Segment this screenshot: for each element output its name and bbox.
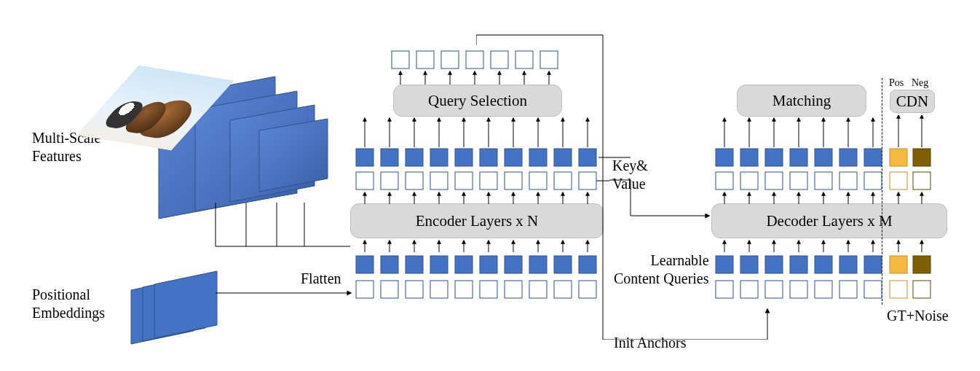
decoder-bottom-tokens bbox=[711, 239, 886, 305]
svg-rect-21 bbox=[455, 256, 473, 273]
svg-rect-50 bbox=[406, 172, 423, 190]
svg-rect-102 bbox=[790, 256, 807, 273]
svg-rect-143 bbox=[890, 256, 907, 273]
svg-rect-59 bbox=[381, 149, 398, 166]
svg-rect-85 bbox=[392, 51, 409, 69]
svg-rect-149 bbox=[890, 172, 907, 190]
svg-rect-87 bbox=[441, 51, 459, 69]
svg-marker-3 bbox=[259, 119, 328, 192]
svg-rect-28 bbox=[381, 281, 398, 298]
label-pos: Pos bbox=[889, 77, 904, 90]
svg-rect-103 bbox=[815, 256, 832, 273]
svg-rect-107 bbox=[740, 281, 758, 298]
label-positional-embeddings: Positional Embeddings bbox=[32, 286, 105, 322]
svg-rect-48 bbox=[356, 172, 374, 190]
block-cdn-label: CDN bbox=[896, 93, 928, 111]
svg-rect-52 bbox=[455, 172, 473, 190]
svg-rect-100 bbox=[740, 256, 758, 273]
svg-rect-121 bbox=[740, 172, 758, 190]
arrow-posemb bbox=[216, 287, 354, 302]
svg-rect-124 bbox=[815, 172, 832, 190]
svg-rect-49 bbox=[381, 172, 398, 190]
cdn-top-tokens bbox=[887, 115, 945, 206]
svg-rect-125 bbox=[839, 172, 857, 190]
svg-rect-101 bbox=[765, 256, 783, 273]
svg-rect-108 bbox=[765, 281, 783, 298]
svg-rect-58 bbox=[356, 149, 374, 166]
svg-rect-133 bbox=[864, 149, 882, 166]
svg-rect-27 bbox=[356, 281, 374, 298]
svg-rect-86 bbox=[416, 51, 434, 69]
cdn-bottom-tokens bbox=[887, 239, 945, 305]
svg-rect-109 bbox=[790, 281, 807, 298]
svg-rect-105 bbox=[864, 256, 882, 273]
svg-rect-132 bbox=[839, 149, 857, 166]
svg-rect-18 bbox=[381, 256, 398, 273]
svg-rect-29 bbox=[406, 281, 423, 298]
svg-rect-30 bbox=[430, 281, 448, 298]
svg-rect-99 bbox=[716, 256, 733, 273]
svg-rect-51 bbox=[430, 172, 448, 190]
svg-rect-151 bbox=[890, 149, 907, 166]
label-neg: Neg bbox=[912, 77, 928, 90]
svg-rect-31 bbox=[455, 281, 473, 298]
svg-rect-104 bbox=[839, 256, 857, 273]
svg-rect-146 bbox=[913, 281, 930, 298]
svg-rect-112 bbox=[864, 281, 882, 298]
svg-rect-122 bbox=[765, 172, 783, 190]
svg-rect-106 bbox=[716, 281, 733, 298]
svg-rect-126 bbox=[864, 172, 882, 190]
svg-rect-61 bbox=[430, 149, 448, 166]
svg-rect-150 bbox=[913, 172, 930, 190]
svg-rect-110 bbox=[815, 281, 832, 298]
svg-rect-20 bbox=[430, 256, 448, 273]
svg-rect-129 bbox=[765, 149, 783, 166]
svg-rect-17 bbox=[356, 256, 374, 273]
svg-rect-123 bbox=[790, 172, 807, 190]
svg-rect-144 bbox=[913, 256, 930, 273]
svg-rect-127 bbox=[716, 149, 733, 166]
label-gt-noise: GT+Noise bbox=[887, 307, 949, 325]
svg-rect-19 bbox=[406, 256, 423, 273]
svg-rect-131 bbox=[815, 149, 832, 166]
svg-rect-145 bbox=[890, 281, 907, 298]
svg-rect-111 bbox=[839, 281, 857, 298]
svg-rect-152 bbox=[913, 149, 930, 166]
diagram-root: Multi-Scale Features Positional Embeddin… bbox=[0, 0, 980, 371]
decoder-top-tokens bbox=[711, 115, 886, 206]
svg-rect-128 bbox=[740, 149, 758, 166]
svg-rect-120 bbox=[716, 172, 733, 190]
svg-rect-130 bbox=[790, 149, 807, 166]
svg-rect-62 bbox=[455, 149, 473, 166]
block-cdn: CDN bbox=[890, 90, 935, 113]
svg-rect-60 bbox=[406, 149, 423, 166]
